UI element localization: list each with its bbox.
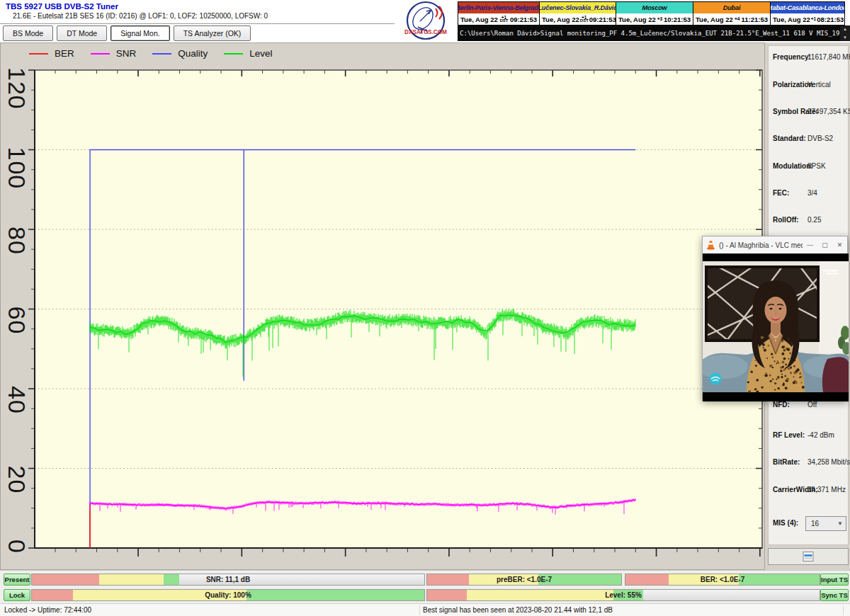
mis-dropdown[interactable]: 16▼ xyxy=(805,516,846,531)
level-bar-label: Level: 55% xyxy=(427,590,820,600)
ber-bar: BER: <1.0E-7 xyxy=(625,574,820,586)
info-row-polarization: Polarization:Vertical xyxy=(769,81,848,92)
console-text: C:\Users\Roman Dávid>Signal monitoring_P… xyxy=(460,30,850,37)
info-value: 11617,840 MHz xyxy=(808,53,850,61)
info-row-rolloff: RollOff:0.25 xyxy=(769,216,848,227)
y-axis-label: 20 xyxy=(4,466,30,494)
ts-list-button[interactable] xyxy=(768,548,849,565)
preber-bar: preBER: <1.0E-7 xyxy=(426,574,622,586)
clock-cell: DubaiTue, Aug 22+411:21:53 xyxy=(693,2,771,25)
info-row-frequency: Frequency:11617,840 MHz xyxy=(769,53,848,64)
info-value: 0.25 xyxy=(808,216,821,224)
ber-bar-label: BER: <1.0E-7 xyxy=(625,574,820,585)
snr-bar: SNR: 11,1 dB xyxy=(31,574,425,586)
present-button[interactable]: Present xyxy=(4,574,30,586)
vlc-close-button[interactable]: ✕ xyxy=(832,236,847,253)
app-title: TBS 5927 USB DVB-S2 Tuner xyxy=(6,2,118,11)
list-icon xyxy=(803,552,814,561)
info-row-fec: FEC:3/4 xyxy=(769,189,848,200)
info-value: 34,371 MHz xyxy=(808,486,846,494)
tv-scene xyxy=(703,261,849,394)
vlc-titlebar[interactable]: () - Al Maghribia - VLC media... — ▢ ✕ xyxy=(703,236,847,253)
clock-time: Tue, Aug 22+411:21:53 xyxy=(693,13,770,25)
clock-city-label: Lučenec-Slovakia_R.Dávid xyxy=(540,2,616,13)
info-value: Vertical xyxy=(808,81,831,89)
info-value: 27497,354 KS/s xyxy=(808,108,850,115)
status-separator xyxy=(419,605,420,615)
input-ts-button[interactable]: Input TS xyxy=(820,574,849,586)
clock-city-label: Berlin-Paris-Vienna-Belgrade xyxy=(458,2,539,13)
scroll-down-icon[interactable]: ▼ xyxy=(843,35,847,40)
lock-uptime-status: Locked -> Uptime: 72:44:00 xyxy=(4,606,91,614)
vlc-maximize-button[interactable]: ▢ xyxy=(817,236,832,253)
chevron-down-icon: ▼ xyxy=(837,520,843,527)
statusbar: Locked -> Uptime: 72:44:00 Best signal h… xyxy=(0,603,850,616)
info-label: Frequency: xyxy=(773,53,811,61)
clock-cell: Berlin-Paris-Vienna-BelgradeTue, Aug 22+… xyxy=(458,2,540,25)
info-row-standard: Standard:DVB-S2 xyxy=(769,135,848,146)
clock-cell: Lučenec-Slovakia_R.DávidTue, Aug 22+1DST… xyxy=(540,2,616,25)
info-row-carrierwidth: CarrierWidth:34,371 MHz xyxy=(769,486,848,497)
program-watermark xyxy=(710,373,722,385)
tab-signal-mon-[interactable]: Signal Mon. xyxy=(110,25,169,41)
y-axis-label: 120 xyxy=(4,67,30,110)
tab-bs-mode[interactable]: BS Mode xyxy=(3,25,53,41)
tab-dt-mode[interactable]: DT Mode xyxy=(57,25,107,41)
info-label: BitRate: xyxy=(773,458,800,466)
info-label: FEC: xyxy=(773,189,789,197)
info-value: 34,258 Mbit/s xyxy=(808,458,850,466)
info-label: Standard: xyxy=(773,135,806,142)
header: TBS 5927 USB DVB-S2 Tuner 21.6E - Eutels… xyxy=(0,0,850,42)
signal-chart: 020406080100120 xyxy=(1,43,766,571)
info-row-rflevel: RF Level:-42 dBm xyxy=(769,431,848,443)
quality-bar: Quality: 100% xyxy=(31,589,425,601)
tv-presenter xyxy=(747,280,805,394)
best-signal-status: Best signal has been seen at 2023-08-20 … xyxy=(423,606,613,614)
sync-ts-button[interactable]: Sync TS xyxy=(820,589,849,601)
y-axis-label: 80 xyxy=(4,227,30,255)
vlc-video-frame[interactable] xyxy=(703,253,849,401)
y-axis-label: 40 xyxy=(4,386,30,414)
info-label: RollOff: xyxy=(773,216,799,224)
clock-time: Tue, Aug 22+310:21:53 xyxy=(616,13,693,25)
info-value: 8PSK xyxy=(808,162,826,170)
clock-city-label: Rabat-Casablanca-London xyxy=(771,2,844,13)
vlc-cone-icon xyxy=(706,240,715,250)
status-separator xyxy=(843,605,844,615)
preber-bar-label: preBER: <1.0E-7 xyxy=(427,574,621,585)
tab-ts-analyzer-ok-[interactable]: TS Analyzer (OK) xyxy=(174,25,251,41)
clock-city-label: Dubai xyxy=(693,2,770,13)
scroll-up-icon[interactable]: ▲ xyxy=(843,27,847,31)
info-value: DVB-S2 xyxy=(808,135,833,142)
tbs-tuner-app: TBS 5927 USB DVB-S2 Tuner 21.6E - Eutels… xyxy=(0,0,850,616)
lock-button[interactable]: Lock xyxy=(4,589,30,601)
world-clocks: Berlin-Paris-Vienna-BelgradeTue, Aug 22+… xyxy=(458,1,845,25)
satellite-subtitle: 21.6E - Eutelsat 21B SES 16 (ID: 0216) @… xyxy=(13,12,268,20)
signal-monitor-panel: BERSNRQualityLevel 020406080100120 Frequ… xyxy=(0,42,765,570)
clock-time: Tue, Aug 22+1DST09:21:53 xyxy=(458,13,539,25)
info-value: -42 dBm xyxy=(808,431,834,439)
snr-bar-label: SNR: 11,1 dB xyxy=(32,574,424,585)
quality-bar-label: Quality: 100% xyxy=(32,590,424,600)
vlc-title: () - Al Maghribia - VLC media... xyxy=(719,241,803,249)
header-divider xyxy=(0,23,395,24)
vlc-minimize-button[interactable]: — xyxy=(803,236,817,253)
clock-cell: Rabat-Casablanca-LondonTue, Aug 22+108:2… xyxy=(771,2,844,25)
console-scrollbar[interactable]: ▲ ▼ xyxy=(840,25,850,41)
clock-city-label: Moscow xyxy=(616,2,693,13)
info-label: MIS (4): xyxy=(773,519,798,527)
info-row-mis4: MIS (4):16▼ xyxy=(769,519,848,530)
clock-time: Tue, Aug 22+1DST09:21:53 xyxy=(540,13,616,25)
clock-time: Tue, Aug 22+108:21:53 xyxy=(771,13,844,25)
y-axis-label: 0 xyxy=(4,540,30,554)
info-row-symbolrate: Symbol Rate:27497,354 KS/s xyxy=(769,108,848,119)
y-axis-label: 60 xyxy=(4,307,30,335)
console-line[interactable]: C:\Users\Roman Dávid>Signal monitoring_P… xyxy=(458,25,850,41)
vlc-window[interactable]: () - Al Maghribia - VLC media... — ▢ ✕ xyxy=(702,236,848,401)
mode-tabs: BS ModeDT ModeSignal Mon.TS Analyzer (OK… xyxy=(3,25,251,41)
info-row-bitrate: BitRate:34,258 Mbit/s xyxy=(769,458,848,469)
satellite-dish-logo-icon: DXSATCS.COM xyxy=(395,0,458,42)
info-label: RF Level: xyxy=(773,431,805,439)
y-axis-label: 100 xyxy=(4,147,30,190)
dxsatcs-logo: DXSATCS.COM xyxy=(395,0,458,42)
